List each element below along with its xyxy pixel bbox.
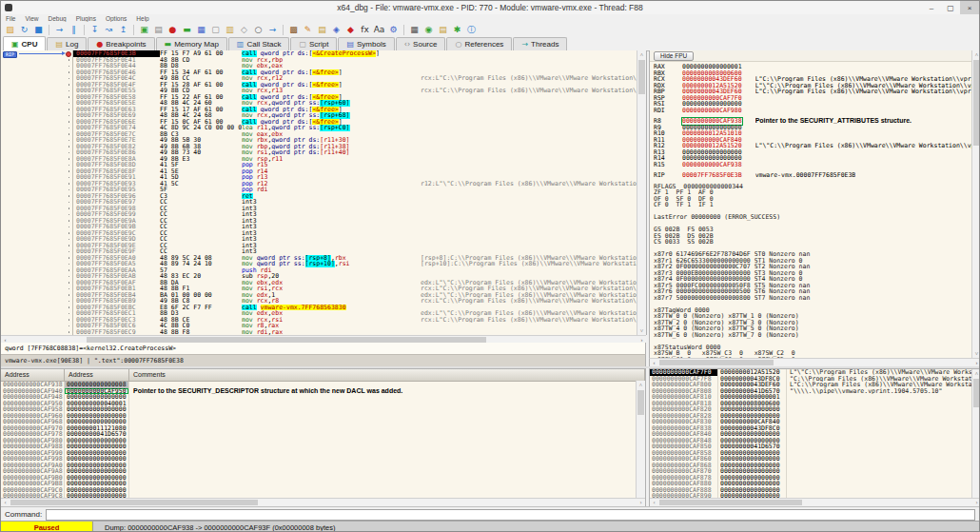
- tab-label: Threads: [531, 40, 559, 49]
- comment-icon[interactable]: ▤: [316, 24, 328, 36]
- tab-log[interactable]: ▤Log: [47, 37, 87, 50]
- register-value: 00007FF7685F0E3B: [682, 172, 742, 179]
- hide-fpu-button[interactable]: Hide FPU: [654, 51, 694, 61]
- registers-pane: Hide FPU RAX0000000000000001RBX000000000…: [649, 50, 980, 358]
- row-dot-icon: [69, 96, 70, 98]
- tab-symbols[interactable]: ▤Symbols: [338, 37, 394, 50]
- row-dot-icon: [69, 207, 70, 209]
- symbols-icon[interactable]: ▥: [224, 24, 236, 36]
- menu-item-options[interactable]: Options: [101, 15, 131, 22]
- script-icon[interactable]: ▢: [209, 24, 222, 36]
- memory-map-icon[interactable]: ▬: [181, 24, 193, 36]
- row-dot-icon: [69, 282, 70, 284]
- title-bar: x64_dbg - File: vmware-vmx.exe - PID: 77…: [1, 1, 979, 15]
- modules-icon[interactable]: ▤: [437, 24, 449, 36]
- run-icon[interactable]: →: [53, 24, 66, 36]
- pause-icon[interactable]: ∥: [68, 24, 80, 36]
- registers-vscrollbar[interactable]: ˄˅: [971, 50, 980, 358]
- breakpoint-icon[interactable]: ●: [167, 24, 179, 36]
- app-icon: [5, 4, 12, 11]
- tab-label: Breakpoints: [106, 40, 146, 49]
- call-stack-icon[interactable]: ▦: [195, 24, 207, 36]
- dump-vscrollbar[interactable]: ˄˅: [636, 381, 645, 506]
- settings-icon[interactable]: ⚙: [387, 24, 400, 36]
- tab-label: Memory Map: [174, 40, 219, 49]
- eraser-icon[interactable]: ◆: [344, 24, 357, 36]
- row-dot-icon: [69, 269, 70, 271]
- font-icon[interactable]: Aa: [373, 24, 385, 36]
- disassembly-pane: 00007FF7685F0E3BFF 15 F7 A9 61 00call qw…: [1, 50, 647, 335]
- menu-item-plugins[interactable]: Plugins: [71, 15, 101, 22]
- toolbar-separator: [84, 25, 85, 35]
- menu-item-debug[interactable]: Debug: [43, 15, 70, 22]
- handles-icon[interactable]: ◇: [238, 24, 250, 36]
- maximize-button[interactable]: ▢: [941, 1, 960, 14]
- register-comment: L"C:\\Program Files (x86)\\VMware\\VMwar…: [755, 89, 980, 95]
- step-into-icon[interactable]: ↧: [88, 24, 101, 36]
- tab-breakpoints[interactable]: ●Breakpoints: [88, 37, 154, 50]
- row-dot-icon: [69, 71, 70, 73]
- calculator-icon[interactable]: ▦: [408, 24, 421, 36]
- stop-icon[interactable]: ■: [32, 24, 45, 36]
- tab-memory-map[interactable]: ▬Memory Map: [156, 37, 227, 50]
- memory-map-icon: ▬: [165, 40, 172, 49]
- tab-references[interactable]: ○References: [446, 37, 512, 50]
- stack-hscrollbar[interactable]: ‹›: [650, 498, 980, 506]
- tab-label: Log: [66, 40, 78, 49]
- module-status-line: vmware-vmx.exe[90E38] | ".text":00007FF7…: [1, 354, 646, 366]
- restart-icon[interactable]: ↻: [18, 24, 30, 36]
- info-icon[interactable]: ⓘ: [465, 24, 478, 36]
- tab-label: Source: [413, 40, 437, 49]
- row-dot-icon: [69, 146, 70, 148]
- tab-source[interactable]: ‹›Source: [396, 37, 446, 50]
- open-file-icon[interactable]: ▨: [4, 24, 16, 36]
- patch-icon[interactable]: ✎: [302, 24, 314, 36]
- menu-item-view[interactable]: View: [20, 15, 43, 22]
- disasm-info-line: qword [7FF768C08838]=<kernel32.CreatePro…: [1, 343, 646, 354]
- bookmark-icon[interactable]: ◈: [330, 24, 343, 36]
- disasm-vscrollbar[interactable]: ˄˅: [637, 50, 646, 335]
- references-icon: ○: [455, 40, 461, 49]
- plugins-icon[interactable]: ✱: [451, 24, 463, 36]
- close-button[interactable]: ×: [960, 1, 979, 14]
- toolbar: ▨↻■→∥↧↝↥▣▤●▬▦▢▥◇○→▩✎▤◈◆fxAa⚙▦◉▤✱ⓘ: [1, 22, 979, 38]
- tab-label: Call Stack: [246, 40, 281, 49]
- threads-icon[interactable]: ▩: [287, 24, 300, 36]
- references-icon[interactable]: →: [266, 24, 279, 36]
- step-out-icon[interactable]: ↥: [117, 24, 129, 36]
- rip-indicator: RIP: [3, 51, 69, 57]
- stack-vscrollbar[interactable]: ˄˅: [971, 369, 980, 506]
- toolbar-separator: [49, 25, 49, 35]
- function-icon[interactable]: fx: [359, 24, 371, 36]
- minimize-button[interactable]: –: [922, 1, 941, 14]
- tab-threads[interactable]: →Threads: [513, 37, 567, 50]
- command-input[interactable]: [46, 509, 975, 521]
- row-dot-icon: [69, 306, 70, 308]
- stack-rows: 0000000000CAF7F00000000012A51520L"\"C:\\…: [650, 369, 980, 500]
- menu-item-file[interactable]: File: [1, 15, 20, 22]
- row-dot-icon: [69, 276, 70, 278]
- tab-cpu[interactable]: ▣CPU: [3, 36, 46, 50]
- register-rows: RAX0000000000000001RBX0000000008000600RC…: [650, 62, 980, 358]
- toolbar-separator: [133, 25, 134, 35]
- row-dot-icon: [69, 133, 70, 135]
- row-dot-icon: [69, 177, 70, 179]
- row-dot-icon: [69, 313, 70, 315]
- menu-item-help[interactable]: Help: [131, 15, 153, 22]
- attach-icon[interactable]: ◉: [422, 24, 435, 36]
- log-icon[interactable]: ▤: [152, 24, 165, 36]
- cpu-window-icon[interactable]: ▣: [138, 24, 150, 36]
- row-dot-icon: [69, 227, 70, 228]
- search-icon[interactable]: ○: [252, 24, 265, 36]
- row-dot-icon: [69, 115, 70, 117]
- status-bar: Paused Dump: 0000000000CAF938 -> 0000000…: [1, 521, 979, 532]
- dump-hscrollbar[interactable]: ‹›: [1, 498, 645, 506]
- tab-call-stack[interactable]: ▥Call Stack: [228, 37, 290, 50]
- row-dot-icon: [69, 90, 70, 92]
- tab-script[interactable]: ▢Script: [290, 37, 337, 50]
- x64dbg-window: x64_dbg - File: vmware-vmx.exe - PID: 77…: [0, 0, 980, 532]
- registers-hscrollbar[interactable]: ‹›: [649, 358, 980, 366]
- step-over-icon[interactable]: ↝: [103, 24, 115, 36]
- tab-bar: ▣CPU▤Log●Breakpoints▬Memory Map▥Call Sta…: [1, 37, 979, 51]
- row-dot-icon: [69, 158, 70, 160]
